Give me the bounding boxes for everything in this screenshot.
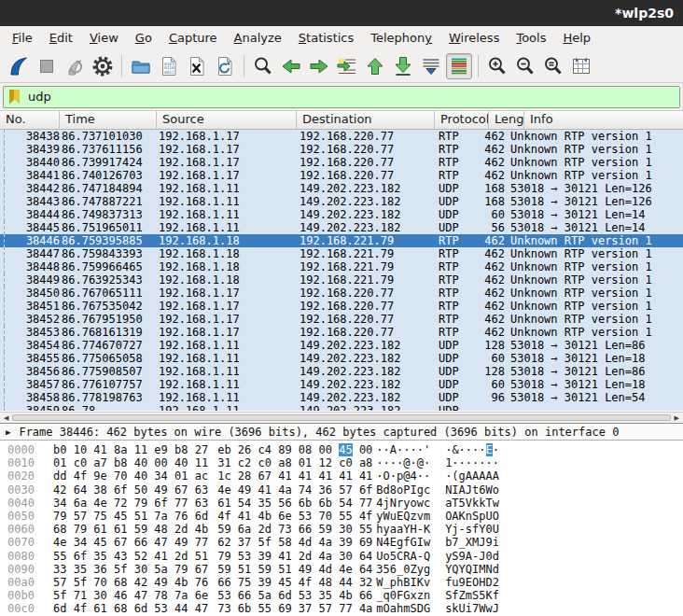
svg-text:0011: 0011: [164, 69, 174, 74]
hex-line-0000[interactable]: 0000b0 10 41 8a 11 e9 b8 27eb 26 c4 89 0…: [7, 443, 683, 456]
menu-help[interactable]: Help: [554, 28, 599, 48]
go-forward-button[interactable]: [306, 53, 332, 79]
main-toolbar: 010101100011: [0, 49, 683, 83]
hex-line-0050[interactable]: 005079 57 75 45 51 7a 76 6d4f 41 4b 6e 5…: [7, 510, 683, 523]
packet-row-38447[interactable]: 3844786.759843393192.168.1.18192.168.221…: [0, 247, 683, 260]
hex-line-00a0[interactable]: 00a057 5f 70 68 42 49 4b 7666 75 39 45 4…: [7, 576, 683, 589]
packet-row-38452[interactable]: 3845286.767951950192.168.1.17192.168.220…: [0, 313, 683, 326]
first-packet-icon: [364, 55, 386, 77]
reload-file-button[interactable]: [212, 53, 238, 79]
expand-arrow-icon[interactable]: ▶: [6, 427, 10, 437]
hex-line-00b0[interactable]: 00b05f 71 30 46 47 78 7a 6e53 66 5a 6d 5…: [7, 589, 683, 602]
bookmark-icon[interactable]: [9, 90, 20, 105]
packet-row-38455[interactable]: 3845586.775065058192.168.1.11149.202.223…: [0, 352, 683, 365]
column-header-protocol[interactable]: Protocol: [435, 111, 489, 129]
zoom-in-button[interactable]: [484, 53, 510, 79]
stop-capture-button[interactable]: [34, 53, 60, 79]
menu-tools[interactable]: Tools: [508, 28, 554, 48]
menu-file[interactable]: File: [4, 28, 41, 48]
packet-row-38443[interactable]: 3844386.747887221192.168.1.11149.202.223…: [0, 195, 683, 208]
column-header-time[interactable]: Time: [60, 111, 157, 129]
hex-line-0030[interactable]: 003042 64 38 6f 50 49 67 634e 49 41 4a 7…: [7, 483, 683, 497]
hex-line-0070[interactable]: 00704e 34 45 67 66 47 49 7762 37 5f 58 4…: [7, 536, 683, 549]
last-packet-button[interactable]: [390, 53, 416, 79]
last-packet-icon: [392, 55, 414, 77]
menu-telephony[interactable]: Telephony: [362, 28, 440, 48]
packet-row-38448[interactable]: 3844886.759966465192.168.1.18192.168.221…: [0, 260, 683, 273]
packet-row-38442[interactable]: 3844286.747184894192.168.1.11149.202.223…: [0, 182, 683, 195]
first-packet-button[interactable]: [362, 53, 388, 79]
menu-go[interactable]: Go: [127, 28, 160, 48]
hex-line-0020[interactable]: 0020dd 4f 9e 70 40 34 01 ac1c 28 67 41 4…: [7, 469, 683, 483]
find-packet-icon: [252, 55, 274, 77]
close-file-button[interactable]: [184, 53, 210, 79]
packet-row-38457[interactable]: 3845786.776107757192.168.1.11149.202.223…: [0, 378, 683, 391]
auto-scroll-button[interactable]: [418, 53, 444, 79]
hex-line-0010[interactable]: 001001 c0 a7 b8 40 00 40 1131 c2 c0 a8 0…: [7, 456, 683, 469]
zoom-out-button[interactable]: [512, 53, 538, 79]
horizontal-scrollbar[interactable]: ◀ ▶: [0, 412, 683, 423]
packet-row-38440[interactable]: 3844086.739917424192.168.1.17192.168.220…: [0, 156, 683, 169]
column-header-no[interactable]: No.: [0, 111, 60, 129]
resize-columns-button[interactable]: [568, 53, 594, 79]
go-to-packet-icon: [336, 55, 358, 77]
column-header-info[interactable]: Info: [524, 111, 683, 129]
capture-options-icon: [91, 55, 114, 77]
packet-row-38450[interactable]: 3845086.767065111192.168.1.17192.168.220…: [0, 287, 683, 300]
hex-line-0080[interactable]: 008055 6f 35 43 52 41 2d 5179 53 39 41 2…: [7, 550, 683, 563]
packet-row-38446[interactable]: 3844686.759395885192.168.1.18192.168.221…: [0, 234, 683, 247]
menu-analyze[interactable]: Analyze: [226, 28, 290, 48]
save-file-button[interactable]: 010101100011: [156, 53, 182, 79]
start-capture-button[interactable]: [6, 53, 32, 79]
packet-list[interactable]: 3843886.737101030192.168.1.17192.168.220…: [0, 130, 683, 412]
zoom-reset-button[interactable]: [540, 53, 566, 79]
packet-row-38459[interactable]: 3845986.78192.168.1.11149.202.223.182UDP: [0, 404, 683, 411]
packet-row-38451[interactable]: 3845186.767535042192.168.1.17192.168.220…: [0, 300, 683, 313]
menu-capture[interactable]: Capture: [160, 28, 226, 48]
packet-row-38453[interactable]: 3845386.768161319192.168.1.17192.168.220…: [0, 326, 683, 339]
packet-row-38458[interactable]: 3845886.778198763192.168.1.11149.202.223…: [0, 391, 683, 404]
scroll-left-icon[interactable]: ◀: [2, 413, 10, 423]
go-to-packet-button[interactable]: [334, 53, 360, 79]
menu-view[interactable]: View: [81, 28, 127, 48]
zoom-reset-icon: [542, 55, 565, 77]
open-file-button[interactable]: [128, 53, 154, 79]
packet-row-38449[interactable]: 3844986.763925343192.168.1.18192.168.221…: [0, 273, 683, 287]
menu-wireless[interactable]: Wireless: [440, 28, 508, 48]
hex-line-0090[interactable]: 009033 35 36 5f 30 5a 79 6759 51 59 51 4…: [7, 563, 683, 576]
resize-columns-icon: [570, 55, 592, 77]
toolbar-separator: [121, 55, 122, 77]
column-header-length[interactable]: Length: [489, 111, 524, 129]
menu-statistics[interactable]: Statistics: [290, 28, 362, 48]
hex-dump-pane[interactable]: 0000b0 10 41 8a 11 e9 b8 27eb 26 c4 89 0…: [0, 441, 683, 616]
hex-line-00c0[interactable]: 00c06d 4f 61 68 6d 53 44 4773 6b 55 69 3…: [7, 602, 683, 615]
packet-row-38444[interactable]: 3844486.749837313192.168.1.11149.202.223…: [0, 208, 683, 221]
filter-input[interactable]: [28, 90, 674, 104]
packet-row-38445[interactable]: 3844586.751965011192.168.1.11149.202.223…: [0, 221, 683, 234]
display-filter-field[interactable]: [3, 86, 680, 108]
restart-capture-button[interactable]: [62, 53, 88, 79]
packet-row-38441[interactable]: 3844186.740126703192.168.1.17192.168.220…: [0, 169, 683, 182]
colorize-icon: [448, 55, 470, 77]
packet-row-38439[interactable]: 3843986.737611156192.168.1.17192.168.220…: [0, 143, 683, 156]
capture-options-button[interactable]: [90, 53, 116, 79]
packet-row-38438[interactable]: 3843886.737101030192.168.1.17192.168.220…: [0, 130, 683, 143]
go-back-icon: [280, 55, 302, 77]
scrollbar-thumb[interactable]: [12, 414, 670, 421]
colorize-button[interactable]: [446, 53, 472, 79]
hex-line-0040[interactable]: 004034 6a 4e 72 79 6f 77 6361 54 35 56 6…: [7, 497, 683, 510]
packet-details-pane[interactable]: ▶ Frame 38446: 462 bytes on wire (3696 b…: [0, 423, 683, 441]
scroll-right-icon[interactable]: ▶: [673, 413, 681, 423]
menu-edit[interactable]: Edit: [41, 28, 81, 48]
restart-capture-icon: [63, 55, 86, 77]
column-header-destination[interactable]: Destination: [297, 111, 435, 129]
save-file-icon: 010101100011: [158, 55, 180, 77]
find-packet-button[interactable]: [250, 53, 276, 79]
go-back-button[interactable]: [278, 53, 304, 79]
wireshark-window: *wlp2s0 FileEditViewGoCaptureAnalyzeStat…: [0, 0, 683, 616]
packet-row-38456[interactable]: 3845686.775908507192.168.1.11149.202.223…: [0, 365, 683, 378]
packet-row-38454[interactable]: 3845486.774670727192.168.1.11149.202.223…: [0, 339, 683, 352]
column-header-row: No.TimeSourceDestinationProtocolLengthIn…: [0, 111, 683, 130]
hex-line-0060[interactable]: 006068 79 61 61 59 48 2d 4b59 6a 2d 73 6…: [7, 523, 683, 536]
column-header-source[interactable]: Source: [157, 111, 297, 129]
